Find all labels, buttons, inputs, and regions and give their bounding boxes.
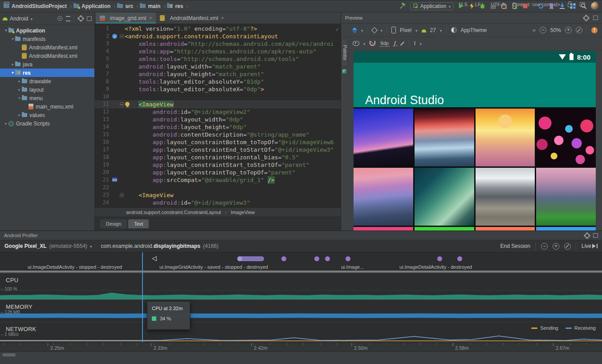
photo-strip-1[interactable] (415, 227, 474, 231)
photo-photographer-silhouette[interactable] (354, 109, 413, 166)
code-line-5[interactable]: 5 xmlns:tools="http://schemas.android.co… (95, 55, 341, 63)
close-icon[interactable] (221, 15, 224, 21)
tree-item-java[interactable]: ▸java (0, 60, 94, 69)
tree-item-values[interactable]: ▸values (0, 111, 94, 119)
more-actions-icon[interactable] (533, 27, 536, 33)
network-lane[interactable]: NETWORK 1 MB/s SendingReceiving (0, 322, 602, 343)
run-configuration-dropdown[interactable]: Application (410, 2, 454, 10)
tree-item-layout[interactable]: ▸layout (0, 85, 94, 94)
lock-icon[interactable] (568, 4, 572, 7)
profiler-reset-zoom-button[interactable] (564, 243, 571, 250)
code-line-6[interactable]: 6 android:layout_width="match_parent" (95, 63, 341, 70)
photo-strip-0[interactable] (354, 227, 413, 231)
highlight-level-icon[interactable] (580, 2, 585, 7)
code-line-12[interactable]: 12 android:id="@+id/imageView2" (95, 108, 341, 116)
tree-right-arrow-icon[interactable]: ▸ (17, 79, 22, 83)
tree-right-arrow-icon[interactable]: ▸ (17, 113, 22, 117)
memory-lane[interactable]: MEMORY 128 MB (0, 300, 602, 322)
code-line-24[interactable]: 24 android:id="@+id/imageView3" (95, 199, 341, 206)
avd-manager-button[interactable] (548, 3, 555, 9)
code-line-19[interactable]: 19 app:layout_constraintStart_toStartOf=… (95, 161, 341, 169)
photo-sunset-snow-creek[interactable] (415, 109, 474, 166)
clear-constraints-icon[interactable] (394, 40, 396, 47)
code-line-8[interactable]: 8 tools:layout_editor_absoluteY="81dp" (95, 78, 341, 85)
autoconnect-off-icon[interactable] (370, 41, 375, 46)
code-line-18[interactable]: 18 app:layout_constraintHorizontal_bias=… (95, 154, 341, 161)
build-hammer-icon[interactable] (399, 3, 406, 9)
tree-right-arrow-icon[interactable]: ▸ (17, 88, 22, 92)
end-session-button[interactable]: End Session (500, 243, 530, 249)
cpu-lane[interactable]: CPU 100 % (0, 273, 602, 300)
sdk-manager-button[interactable] (559, 3, 565, 9)
photo-beach-sunset[interactable] (354, 168, 413, 226)
gear-icon[interactable] (78, 16, 83, 21)
tree-item-manifests[interactable]: ▾manifests (0, 35, 94, 43)
breadcrumb-item[interactable]: AndroidStudioProject (4, 3, 67, 9)
warnings-icon[interactable] (591, 27, 598, 33)
tree-down-arrow-icon[interactable]: ▾ (10, 71, 15, 75)
hide-panel-icon[interactable] (593, 233, 598, 238)
gear-icon[interactable] (584, 16, 589, 20)
live-button[interactable]: Live (582, 243, 598, 249)
run-button[interactable] (458, 3, 464, 9)
breadcrumb-item[interactable]: src (117, 3, 133, 9)
editor-tab-androidmanifest-xml[interactable]: AndroidManifest.xml (156, 12, 228, 24)
code-line-11[interactable]: 11 <ImageView (95, 101, 341, 108)
sync-project-button[interactable] (537, 3, 544, 9)
collapse-all-icon[interactable] (66, 16, 70, 21)
tree-down-arrow-icon[interactable]: ▾ (10, 37, 15, 41)
scrollbar-thumb[interactable] (2, 353, 16, 356)
tree-right-arrow-icon[interactable]: ▸ (4, 121, 8, 125)
mode-tab-design[interactable]: Design (100, 219, 127, 228)
code-line-13[interactable]: 13 android:layout_width="0dp" (95, 116, 341, 123)
project-view-selector[interactable]: Android (10, 16, 28, 22)
photo-bokeh-lights[interactable] (536, 109, 596, 166)
code-line-7[interactable]: 7 android:layout_height="match_parent" (95, 70, 341, 78)
profiler-time-axis[interactable]: 2.25m2.33m2.42m2.50m2.58m2.67m (0, 343, 602, 352)
chevron-down-icon[interactable] (30, 16, 33, 22)
photo-windmill-sunset[interactable] (476, 109, 535, 166)
attach-device-icon[interactable] (511, 3, 518, 9)
intention-bulb-icon[interactable] (125, 102, 130, 106)
guidelines-icon[interactable] (414, 40, 415, 47)
breadcrumb-item[interactable]: Application (73, 3, 110, 9)
breadcrumb-imageview[interactable]: ImageView (231, 210, 255, 215)
session-device[interactable]: Google Pixel_XL (4, 243, 47, 249)
api-level-selector[interactable]: 27 (430, 27, 436, 33)
tree-item-androidmanifest-xml[interactable]: AndroidManifest.xml (0, 52, 94, 60)
photo-grayscale-valley[interactable] (476, 168, 535, 226)
instant-run-icon[interactable] (468, 3, 475, 9)
tree-item-main-menu-xml[interactable]: main_menu.xml (0, 102, 94, 111)
drawable-preview-gutter-icon[interactable] (112, 178, 117, 182)
view-options-icon[interactable] (353, 41, 359, 46)
code-line-1[interactable]: 1<?xml version="1.0" encoding="utf-8"?> (95, 25, 341, 32)
stop-button[interactable] (522, 3, 529, 9)
photo-strip-3[interactable] (536, 227, 596, 231)
code-line-3[interactable]: 3 xmlns:android="http://schemas.android.… (95, 40, 341, 48)
gear-icon[interactable] (585, 233, 590, 238)
tree-item-androidmanifest-xml[interactable]: AndroidManifest.xml (0, 43, 94, 52)
profiler-events-track[interactable]: ui.ImageDetailActivity - stopped - destr… (0, 252, 602, 273)
fold-marker-icon[interactable] (120, 34, 124, 38)
debug-button[interactable] (479, 3, 486, 9)
code-line-20[interactable]: 20 app:layout_constraintTop_toTopOf="par… (95, 169, 341, 176)
tree-item-menu[interactable]: ▾menu (0, 94, 94, 102)
code-line-2[interactable]: 2<android.support.constraint.ConstraintL… (95, 32, 341, 40)
code-line-23[interactable]: 23 <ImageView (95, 191, 341, 199)
chevron-down-icon[interactable] (90, 243, 92, 249)
fold-marker-icon[interactable] (120, 102, 124, 106)
profiler-scrollbar[interactable] (0, 352, 602, 357)
performance-gauge-icon[interactable] (500, 3, 507, 9)
fold-marker-icon[interactable] (120, 193, 124, 197)
hide-panel-icon[interactable] (593, 16, 598, 20)
code-line-21[interactable]: 21 app:srcCompat="@drawable/grid_1" /> (95, 176, 341, 184)
code-line-14[interactable]: 14 android:layout_height="0dp" (95, 123, 341, 131)
code-line-17[interactable]: 17 app:layout_constraintEnd_toStartOf="@… (95, 146, 341, 154)
tree-item-drawable[interactable]: ▸drawable (0, 77, 94, 85)
tree-item-application[interactable]: ▾Application (0, 26, 94, 35)
code-line-9[interactable]: 9 tools:layout_editor_absoluteX="0dp"> (95, 85, 341, 93)
theme-selector[interactable]: AppTheme (461, 27, 487, 33)
editor-tab-image-grid-xml[interactable]: image_grid.xml (96, 12, 156, 24)
breadcrumb-constraintlayout[interactable]: android.support.constraint.ConstraintLay… (126, 210, 221, 215)
photo-chameleon[interactable] (415, 168, 474, 226)
